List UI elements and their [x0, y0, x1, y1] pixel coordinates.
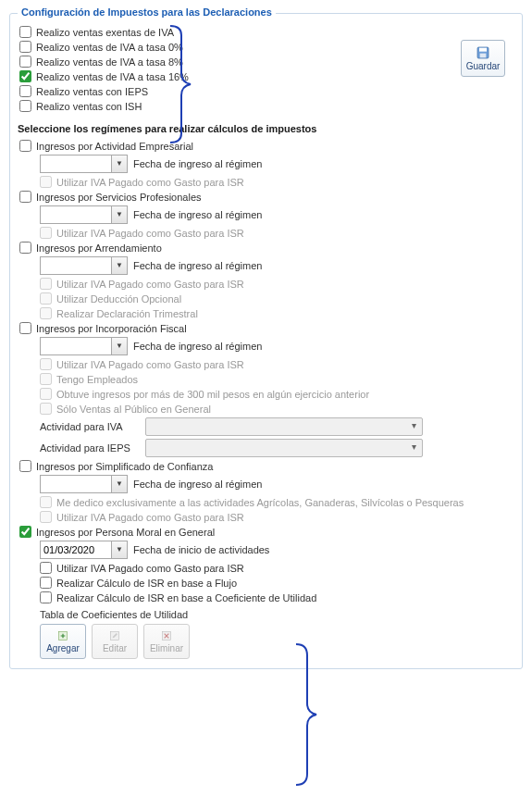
profesionales-iva-gasto-label: Utilizar IVA Pagado como Gasto para ISR	[56, 228, 244, 239]
empresarial-iva-gasto-label: Utilizar IVA Pagado como Gasto para ISR	[56, 177, 244, 188]
regimen-arrendamiento-label: Ingresos por Arrendamiento	[36, 243, 162, 254]
confianza-iva-gasto-check: Utilizar IVA Pagado como Gasto para ISR	[40, 511, 513, 523]
incorporacion-publico-label: Sólo Ventas al Público en General	[56, 404, 211, 415]
tabla-coef-label: Tabla de Coeficientes de Utilidad	[40, 609, 513, 620]
dropdown-icon[interactable]: ▼	[112, 475, 128, 493]
sales-check-label: Realizo ventas con ISH	[36, 101, 142, 112]
regimen-profesionales-checkbox[interactable]	[19, 191, 31, 203]
dropdown-icon[interactable]: ▼	[112, 541, 128, 559]
profesionales-date-input[interactable]	[40, 205, 112, 224]
regimen-moral-checkbox[interactable]	[19, 526, 31, 538]
groupbox-title: Configuración de Impuestos para las Decl…	[18, 6, 276, 18]
regimen-empresarial-label: Ingresos por Actividad Empresarial	[36, 141, 193, 152]
sales-checkbox[interactable]	[19, 85, 31, 97]
actividad-ieps-select[interactable]	[145, 439, 423, 457]
arrendamiento-trimestral-label: Realizar Declaración Trimestral	[56, 308, 198, 319]
arrendamiento-deduccion-label: Utilizar Deducción Opcional	[56, 293, 181, 305]
sales-checkbox[interactable]	[19, 41, 31, 53]
actividad-iva-label: Actividad para IVA	[40, 421, 140, 432]
moral-iva-gasto-checkbox[interactable]	[40, 562, 52, 574]
moral-iva-gasto-label: Utilizar IVA Pagado como Gasto para ISR	[56, 563, 244, 574]
agregar-button[interactable]: Agregar	[40, 624, 86, 659]
moral-coef-checkbox[interactable]	[40, 591, 52, 603]
eliminar-label: Eliminar	[150, 643, 183, 653]
dropdown-icon[interactable]: ▼	[112, 155, 128, 173]
coef-toolbar: Agregar Editar Eliminar	[40, 624, 513, 659]
incorporacion-publico-check: Sólo Ventas al Público en General	[40, 403, 513, 415]
sales-checkbox-list: Realizo ventas exentas de IVARealizo ven…	[18, 26, 513, 112]
regimen-profesionales-check[interactable]: Ingresos por Servicios Profesionales	[19, 191, 513, 203]
dropdown-icon[interactable]: ▼	[112, 337, 128, 355]
sales-check-row[interactable]: Realizo ventas exentas de IVA	[19, 26, 513, 38]
sales-checkbox[interactable]	[19, 70, 31, 82]
sales-checkbox[interactable]	[19, 100, 31, 112]
tax-config-groupbox: Configuración de Impuestos para las Decl…	[9, 13, 523, 669]
date-label: Fecha de ingreso al régimen	[133, 479, 262, 490]
sales-check-label: Realizo ventas de IVA a tasa 16%	[36, 71, 189, 82]
empresarial-date-input[interactable]	[40, 155, 112, 173]
sales-check-label: Realizo ventas exentas de IVA	[36, 27, 174, 38]
sales-checkbox[interactable]	[19, 56, 31, 68]
date-label: Fecha de ingreso al régimen	[133, 341, 262, 352]
actividad-iva-select[interactable]	[145, 417, 423, 436]
sales-check-row[interactable]: Realizo ventas de IVA a tasa 0%	[19, 41, 513, 53]
incorporacion-300mil-label: Obtuve ingresos por más de 300 mil pesos…	[56, 389, 369, 400]
sales-check-label: Realizo ventas de IVA a tasa 8%	[36, 56, 183, 68]
regimen-confianza-label: Ingresos por Simplificado de Confianza	[36, 461, 213, 472]
regimen-arrendamiento-check[interactable]: Ingresos por Arrendamiento	[19, 242, 513, 254]
date-label: Fecha de ingreso al régimen	[133, 209, 262, 220]
arrendamiento-iva-gasto-check: Utilizar IVA Pagado como Gasto para ISR	[40, 278, 513, 290]
confianza-iva-gasto-label: Utilizar IVA Pagado como Gasto para ISR	[56, 512, 244, 523]
moral-flujo-label: Realizar Cálculo de ISR en base a Flujo	[56, 578, 237, 589]
save-button[interactable]: Guardar	[461, 40, 505, 77]
regimen-profesionales-label: Ingresos por Servicios Profesionales	[36, 192, 202, 203]
agregar-label: Agregar	[46, 643, 80, 653]
regimen-incorporacion-check[interactable]: Ingresos por Incorporación Fiscal	[19, 322, 513, 334]
moral-iva-gasto-check[interactable]: Utilizar IVA Pagado como Gasto para ISR	[40, 562, 513, 574]
regimen-confianza-checkbox[interactable]	[19, 460, 31, 472]
arrendamiento-iva-gasto-checkbox	[40, 278, 52, 290]
regimen-moral-check[interactable]: Ingresos por Persona Moral en General	[19, 526, 513, 538]
sales-check-row[interactable]: Realizo ventas con ISH	[19, 100, 513, 112]
incorporacion-empleados-label: Tengo Empleados	[56, 374, 138, 385]
regimen-empresarial-check[interactable]: Ingresos por Actividad Empresarial	[19, 140, 513, 152]
regimen-empresarial-checkbox[interactable]	[19, 140, 31, 152]
confianza-iva-gasto-checkbox	[40, 511, 52, 523]
moral-date-input[interactable]	[40, 541, 112, 559]
regimen-heading: Seleccione los regímenes para realizar c…	[18, 123, 513, 134]
sales-check-row[interactable]: Realizo ventas de IVA a tasa 8%	[19, 56, 513, 68]
add-icon	[56, 629, 69, 642]
moral-date-label: Fecha de inicio de actividades	[133, 544, 269, 555]
regimen-arrendamiento-checkbox[interactable]	[19, 242, 31, 254]
empresarial-iva-gasto-check: Utilizar IVA Pagado como Gasto para ISR	[40, 176, 513, 188]
arrendamiento-date-input[interactable]	[40, 256, 112, 275]
moral-coef-label: Realizar Cálculo de ISR en base a Coefic…	[56, 592, 316, 603]
regimen-confianza-check[interactable]: Ingresos por Simplificado de Confianza	[19, 460, 513, 472]
dropdown-icon[interactable]: ▼	[112, 256, 128, 275]
delete-icon	[160, 629, 173, 642]
incorporacion-empleados-checkbox	[40, 373, 52, 385]
sales-check-row[interactable]: Realizo ventas con IEPS	[19, 85, 513, 97]
regimen-moral-label: Ingresos por Persona Moral en General	[36, 527, 215, 538]
incorporacion-iva-gasto-checkbox	[40, 358, 52, 370]
moral-flujo-checkbox[interactable]	[40, 577, 52, 589]
moral-coef-check[interactable]: Realizar Cálculo de ISR en base a Coefic…	[40, 591, 513, 603]
arrendamiento-iva-gasto-label: Utilizar IVA Pagado como Gasto para ISR	[56, 279, 244, 290]
date-label: Fecha de ingreso al régimen	[133, 158, 262, 169]
editar-button: Editar	[92, 624, 138, 659]
save-button-label: Guardar	[466, 61, 501, 71]
regimen-incorporacion-checkbox[interactable]	[19, 322, 31, 334]
sales-check-row[interactable]: Realizo ventas de IVA a tasa 16%	[19, 70, 513, 82]
incorporacion-date-input[interactable]	[40, 337, 112, 355]
incorporacion-iva-gasto-check: Utilizar IVA Pagado como Gasto para ISR	[40, 358, 513, 370]
arrendamiento-trimestral-checkbox	[40, 307, 52, 319]
sales-checkbox[interactable]	[19, 26, 31, 38]
sales-check-label: Realizo ventas de IVA a tasa 0%	[36, 42, 183, 53]
dropdown-icon[interactable]: ▼	[112, 205, 128, 224]
confianza-date-input[interactable]	[40, 475, 112, 493]
moral-flujo-check[interactable]: Realizar Cálculo de ISR en base a Flujo	[40, 577, 513, 589]
regimen-incorporacion-label: Ingresos por Incorporación Fiscal	[36, 323, 187, 334]
incorporacion-publico-checkbox	[40, 403, 52, 415]
arrendamiento-deduccion-checkbox	[40, 292, 52, 305]
profesionales-iva-gasto-checkbox	[40, 227, 52, 239]
